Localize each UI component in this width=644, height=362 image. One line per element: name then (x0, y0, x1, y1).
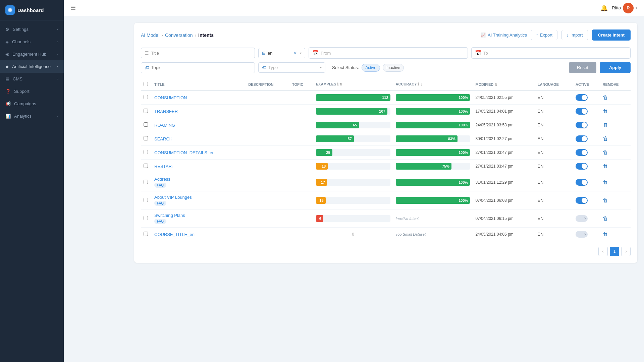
row-remove-cell: 🗑 (600, 90, 631, 105)
row-modified-cell: 27/01/2021 03:47 pm (473, 160, 535, 173)
accuracy-bar: 100% (396, 108, 470, 115)
active-toggle[interactable]: ✕ (576, 231, 588, 238)
row-checkbox[interactable] (144, 232, 148, 236)
modified-date: 27/01/2021 03:47 pm (475, 164, 513, 169)
row-checkbox[interactable] (144, 180, 148, 184)
import-icon: ↓ (567, 33, 569, 38)
intent-title[interactable]: CONSUMPTION_DETAILS_en (154, 150, 243, 155)
language-clear-icon[interactable]: ✕ (293, 51, 297, 56)
language-value: EN (538, 180, 543, 185)
intent-title[interactable]: RESTART (154, 164, 243, 169)
intent-title[interactable]: Address (154, 177, 243, 182)
active-toggle[interactable] (576, 149, 588, 156)
row-examples-cell: 107 (313, 105, 393, 118)
status-active-badge[interactable]: Active (362, 64, 380, 72)
delete-button[interactable]: 🗑 (603, 197, 608, 203)
delete-button[interactable]: 🗑 (603, 179, 608, 185)
row-topic-cell (289, 209, 313, 228)
row-checkbox-cell (141, 191, 152, 209)
row-checkbox[interactable] (144, 150, 148, 154)
ai-training-analytics-button[interactable]: 📈 AI Training Analytics (480, 33, 527, 38)
intent-title[interactable]: Switching Plans (154, 213, 243, 218)
intent-title[interactable]: SEARCH (154, 136, 243, 141)
accuracy-sort-icon[interactable]: ⋮ (420, 82, 423, 86)
chevron-icon: ‹ (57, 52, 58, 56)
modified-date: 27/01/2021 03:47 pm (475, 150, 513, 155)
intent-title[interactable]: ROAMING (154, 123, 243, 128)
active-toggle[interactable] (576, 135, 588, 142)
support-icon: ❓ (5, 89, 11, 94)
examples-sort-icon[interactable]: ⇅ (339, 82, 342, 86)
delete-button[interactable]: 🗑 (603, 108, 608, 114)
next-page-button[interactable]: › (621, 247, 631, 256)
active-toggle[interactable] (576, 108, 588, 115)
from-date-filter[interactable]: 📅 From (309, 47, 468, 59)
sidebar-item-support[interactable]: ❓ Support (0, 85, 64, 98)
row-checkbox-cell (141, 132, 152, 146)
title-input[interactable] (151, 51, 251, 56)
delete-button[interactable]: 🗑 (603, 122, 608, 128)
page-1-button[interactable]: 1 (610, 247, 619, 256)
status-inactive-badge[interactable]: Inactive (383, 64, 404, 72)
sidebar-item-channels[interactable]: ◈ Channels ‹ (0, 36, 64, 48)
active-toggle[interactable] (576, 163, 588, 170)
row-checkbox[interactable] (144, 216, 148, 220)
sidebar-item-campaigns[interactable]: 📢 Campaigns (0, 98, 64, 110)
sidebar-item-ai[interactable]: ◆ Artificial Intelligence ‹ (0, 60, 64, 73)
export-button[interactable]: ↑ Export (531, 30, 557, 40)
delete-button[interactable]: 🗑 (603, 216, 608, 221)
delete-button[interactable]: 🗑 (603, 231, 608, 237)
active-toggle[interactable]: ✕ (576, 215, 588, 222)
import-button[interactable]: ↓ Import (561, 30, 588, 40)
sidebar-item-cms[interactable]: ▤ CMS ‹ (0, 73, 64, 85)
language-value: EN (538, 95, 543, 100)
row-checkbox[interactable] (144, 136, 148, 140)
delete-button[interactable]: 🗑 (603, 163, 608, 169)
logo[interactable]: Dashboard (0, 0, 64, 20)
intent-title[interactable]: About VIP Lounges (154, 195, 243, 200)
row-checkbox[interactable] (144, 95, 148, 99)
delete-button[interactable]: 🗑 (603, 95, 608, 100)
modified-sort-icon[interactable]: ⇅ (494, 83, 497, 86)
notification-bell-icon[interactable]: 🔔 (600, 4, 608, 12)
topic-tag: FAQ (154, 201, 166, 206)
apply-button[interactable]: Apply (600, 62, 631, 73)
row-accuracy-cell: 100% (393, 105, 473, 118)
accuracy-info-icon: ℹ (418, 82, 419, 86)
create-intent-button[interactable]: Create Intent (592, 29, 631, 41)
row-modified-cell: 24/05/2021 03:53 pm (473, 118, 535, 132)
type-filter[interactable]: 🏷 Type ▾ (258, 62, 325, 73)
user-menu[interactable]: Ritto R ▾ (612, 3, 637, 13)
breadcrumb-ai-model[interactable]: AI Model (141, 33, 159, 38)
intent-title[interactable]: CONSUMPTION (154, 95, 243, 100)
select-all-checkbox[interactable] (144, 82, 148, 86)
sidebar-item-engagement[interactable]: ◉ Engagement Hub ‹ (0, 48, 64, 60)
topic-input[interactable] (151, 65, 251, 70)
reset-button[interactable]: Reset (569, 62, 596, 73)
active-toggle[interactable] (576, 179, 588, 186)
intent-title[interactable]: COURSE_TITLE_en (154, 232, 243, 237)
language-filter[interactable]: ⊞ en ✕ ▾ (258, 48, 305, 58)
active-toggle[interactable] (576, 94, 588, 101)
sidebar-item-analytics[interactable]: 📊 Analytics ‹ (0, 110, 64, 122)
row-checkbox[interactable] (144, 164, 148, 168)
delete-button[interactable]: 🗑 (603, 136, 608, 141)
row-topic-cell (289, 191, 313, 209)
sidebar-item-settings[interactable]: ⚙ Settings ‹ (0, 23, 64, 36)
row-checkbox[interactable] (144, 122, 148, 127)
table-row: TRANSFER107100%17/05/2021 04:01 pmEN🗑 (141, 105, 631, 118)
delete-button[interactable]: 🗑 (603, 149, 608, 155)
breadcrumb-conversation[interactable]: Conversation (165, 33, 193, 38)
active-toggle[interactable] (576, 197, 588, 204)
row-description-cell (246, 209, 289, 228)
active-toggle[interactable] (576, 122, 588, 128)
to-date-filter[interactable]: 📅 To (471, 47, 631, 59)
row-checkbox[interactable] (144, 109, 148, 113)
breadcrumb: AI Model › Conversation › Intents (141, 33, 214, 38)
hamburger-icon[interactable]: ☰ (70, 4, 76, 12)
table-row: ROAMING65100%24/05/2021 03:53 pmEN🗑 (141, 118, 631, 132)
row-checkbox[interactable] (144, 198, 148, 202)
row-language-cell: EN (535, 90, 573, 105)
prev-page-button[interactable]: ‹ (598, 247, 608, 256)
intent-title[interactable]: TRANSFER (154, 109, 243, 114)
